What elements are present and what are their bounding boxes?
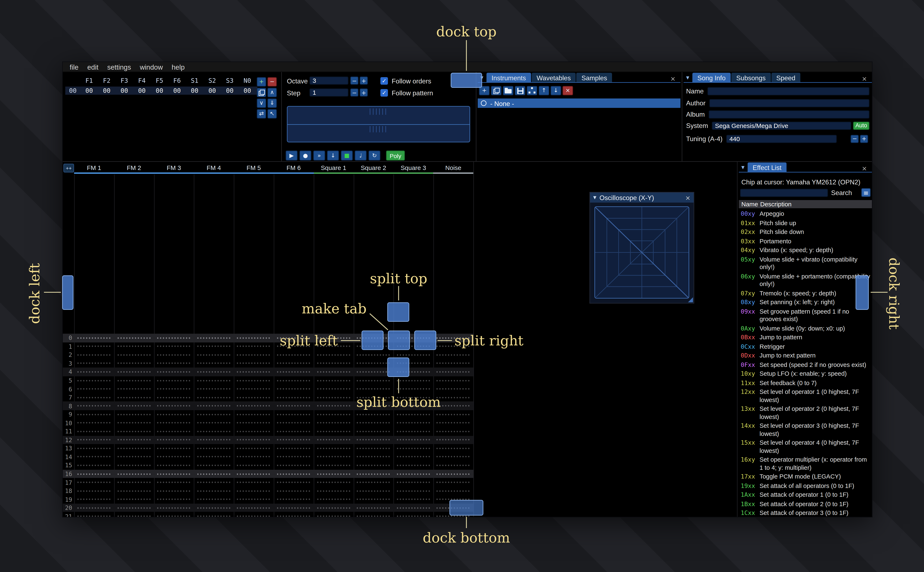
pattern-row[interactable]: 19 bbox=[63, 495, 473, 504]
pattern-row[interactable]: 15 bbox=[63, 461, 473, 470]
pattern-cell[interactable] bbox=[234, 436, 274, 444]
pattern-cell[interactable] bbox=[114, 495, 154, 504]
orders-remove-button[interactable]: − bbox=[267, 77, 277, 87]
pattern-cell[interactable] bbox=[114, 385, 154, 393]
pattern-cell[interactable] bbox=[74, 418, 114, 427]
effect-row[interactable]: 1AxxSet attack of operator 1 (0 to 1F) bbox=[739, 490, 872, 500]
pattern-cell[interactable] bbox=[433, 427, 473, 436]
pattern-row[interactable]: 18 bbox=[63, 487, 473, 495]
pattern-cell[interactable] bbox=[354, 385, 393, 393]
pattern-cell[interactable] bbox=[354, 487, 393, 495]
pattern-cell[interactable] bbox=[314, 452, 354, 461]
pattern-row[interactable]: 10 bbox=[63, 418, 473, 427]
pattern-cell[interactable] bbox=[234, 487, 274, 495]
pattern-cell[interactable] bbox=[114, 410, 154, 419]
effect-list-menu-button[interactable]: ≡ bbox=[861, 188, 871, 197]
name-input[interactable] bbox=[707, 87, 869, 95]
pattern-cell[interactable] bbox=[114, 444, 154, 452]
repeat-pattern-button[interactable]: ↻ bbox=[368, 151, 380, 160]
menu-item-help[interactable]: help bbox=[167, 63, 189, 71]
pattern-cell[interactable] bbox=[114, 512, 154, 518]
orders-add-button[interactable]: + bbox=[257, 77, 266, 87]
pattern-row[interactable]: 1 bbox=[63, 342, 473, 351]
effect-row[interactable]: 05xyVolume slide + vibrato (compatibilit… bbox=[739, 255, 872, 272]
orders-cell[interactable]: 00 bbox=[151, 87, 168, 94]
pattern-row[interactable]: 9 bbox=[63, 410, 473, 419]
pattern-cell[interactable] bbox=[234, 402, 274, 410]
pattern-cell[interactable] bbox=[274, 351, 314, 359]
play-button[interactable]: ▶ bbox=[286, 151, 298, 160]
menu-item-window[interactable]: window bbox=[136, 63, 167, 71]
pattern-cell[interactable] bbox=[314, 368, 354, 376]
tab-subsongs[interactable]: Subsongs bbox=[731, 73, 771, 82]
pattern-cell[interactable] bbox=[154, 504, 194, 512]
pattern-cell[interactable] bbox=[433, 368, 473, 376]
effect-row[interactable]: 14xxSet level of operator 3 (0 highest, … bbox=[739, 421, 872, 438]
make-tab-target[interactable] bbox=[388, 331, 410, 350]
pattern-row[interactable]: 21 bbox=[63, 512, 473, 518]
pattern-row[interactable]: 13 bbox=[63, 444, 473, 452]
pattern-row[interactable]: 17 bbox=[63, 478, 473, 487]
effect-row[interactable]: 01xxPitch slide up bbox=[739, 219, 872, 228]
instrument-toggle-folders-button[interactable] bbox=[527, 86, 537, 95]
pattern-expand-button[interactable]: ++ bbox=[63, 164, 74, 173]
pattern-cell[interactable] bbox=[154, 469, 194, 478]
pattern-cell[interactable] bbox=[314, 487, 354, 495]
pattern-cell[interactable] bbox=[114, 351, 154, 359]
pattern-cell[interactable] bbox=[154, 495, 194, 504]
pattern-cell[interactable] bbox=[114, 402, 154, 410]
pattern-row[interactable]: 3 bbox=[63, 359, 473, 368]
channel-header-noise[interactable]: Noise bbox=[433, 163, 473, 174]
pattern-cell[interactable] bbox=[194, 410, 234, 419]
pattern-cell[interactable] bbox=[234, 334, 274, 342]
tab-effect-list[interactable]: Effect List bbox=[748, 162, 787, 172]
pattern-cell[interactable] bbox=[194, 512, 234, 518]
pattern-cell[interactable] bbox=[114, 469, 154, 478]
pattern-cell[interactable] bbox=[194, 351, 234, 359]
pattern-cell[interactable] bbox=[74, 452, 114, 461]
pattern-cell[interactable] bbox=[74, 334, 114, 342]
pattern-cell[interactable] bbox=[274, 512, 314, 518]
oscilloscope-title-bar[interactable]: ▼ Oscilloscope (X-Y) × bbox=[590, 193, 693, 203]
orders-cell[interactable]: 00 bbox=[80, 87, 98, 94]
instrument-save-button[interactable] bbox=[515, 86, 525, 95]
album-input[interactable] bbox=[709, 110, 869, 118]
effect-row[interactable]: 1BxxSet attack of operator 2 (0 to 1F) bbox=[739, 500, 872, 509]
pattern-cell[interactable] bbox=[433, 359, 473, 368]
pattern-cell[interactable] bbox=[74, 478, 114, 487]
pattern-cell[interactable] bbox=[354, 504, 393, 512]
pattern-cell[interactable] bbox=[114, 334, 154, 342]
pattern-cell[interactable] bbox=[74, 402, 114, 410]
pattern-cell[interactable] bbox=[274, 469, 314, 478]
channel-header-fm-4[interactable]: FM 4 bbox=[194, 163, 234, 174]
pattern-cell[interactable] bbox=[274, 393, 314, 402]
system-input[interactable]: Sega Genesis/Mega Drive bbox=[712, 121, 851, 130]
play-from-start-button[interactable]: ● bbox=[299, 151, 312, 160]
pattern-cell[interactable] bbox=[234, 359, 274, 368]
effect-row[interactable]: 0DxxJump to next pattern bbox=[739, 351, 872, 361]
pattern-cell[interactable] bbox=[234, 351, 274, 359]
pattern-rows[interactable]: 0123456789101112131415161718192021 bbox=[63, 334, 473, 518]
pattern-row[interactable]: 0 bbox=[63, 334, 473, 342]
pattern-cell[interactable] bbox=[234, 461, 274, 470]
split-bottom-target[interactable] bbox=[387, 358, 409, 377]
pattern-cell[interactable] bbox=[433, 410, 473, 419]
pattern-cell[interactable] bbox=[433, 436, 473, 444]
pattern-cell[interactable] bbox=[154, 402, 194, 410]
channel-header-fm-3[interactable]: FM 3 bbox=[154, 163, 194, 174]
pattern-cell[interactable] bbox=[114, 418, 154, 427]
effect-row[interactable]: 03xxPortamento bbox=[739, 237, 872, 246]
orders-order-edit-mode-button[interactable]: ↖ bbox=[267, 109, 277, 118]
effect-row[interactable]: 0BxxJump to pattern bbox=[739, 333, 872, 342]
pattern-cell[interactable] bbox=[354, 469, 393, 478]
pattern-cell[interactable] bbox=[234, 478, 274, 487]
effect-list-close-icon[interactable]: × bbox=[861, 165, 868, 172]
pattern-cell[interactable] bbox=[114, 393, 154, 402]
pattern-cell[interactable] bbox=[114, 342, 154, 351]
pattern-cell[interactable] bbox=[433, 461, 473, 470]
pattern-cell[interactable] bbox=[194, 359, 234, 368]
effect-row[interactable]: 15xxSet level of operator 4 (0 highest, … bbox=[739, 438, 872, 455]
effect-row[interactable]: 11xxSet feedback (0 to 7) bbox=[739, 379, 872, 388]
pattern-cell[interactable] bbox=[234, 418, 274, 427]
pattern-cell[interactable] bbox=[194, 478, 234, 487]
